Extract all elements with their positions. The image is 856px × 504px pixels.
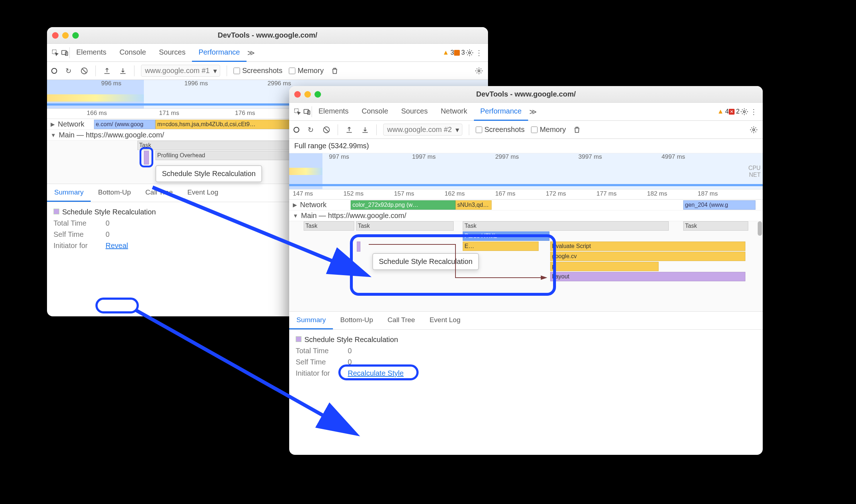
tab-summary[interactable]: Summary <box>47 184 91 202</box>
profile-select[interactable]: www.google.com #2 <box>383 124 462 136</box>
recalculate-style-link[interactable]: Recalculate Style <box>348 369 404 377</box>
total-time-label: Total Time <box>54 219 97 227</box>
network-bar[interactable]: sNUn3,qd… <box>455 200 492 210</box>
inspect-icon[interactable] <box>293 107 302 116</box>
main-track-head[interactable]: ▼ Main — https://www.google.com/ <box>289 210 763 221</box>
flame-parse-html[interactable]: Parse HTML <box>463 231 549 241</box>
tab-bottom-up[interactable]: Bottom-Up <box>91 184 138 202</box>
flame-tooltip: Schedule Style Recalculation <box>372 253 479 270</box>
network-bar[interactable]: e.com/ (www.goog <box>94 120 155 129</box>
flame-evaluate-script[interactable]: Evaluate Script <box>550 242 745 251</box>
initiator-label: Initiator for <box>54 242 97 250</box>
gc-icon[interactable] <box>572 125 582 134</box>
download-icon[interactable] <box>118 66 128 76</box>
settings-icon[interactable] <box>465 48 474 57</box>
network-bar[interactable]: color_272x92dp.png (w… <box>351 200 455 210</box>
reload-icon[interactable]: ↻ <box>306 125 315 134</box>
self-time-value: 0 <box>348 358 352 366</box>
settings-icon[interactable] <box>740 107 749 116</box>
svg-point-3 <box>468 52 471 54</box>
kebab-menu-icon[interactable]: ⋮ <box>749 107 758 116</box>
tab-event-log[interactable]: Event Log <box>422 312 468 329</box>
ruler-tick: 176 ms <box>235 110 255 117</box>
upload-icon[interactable] <box>102 66 112 76</box>
tab-console[interactable]: Console <box>355 103 394 121</box>
issues-badge[interactable]: 3 <box>454 49 465 56</box>
flame-task[interactable]: Task <box>463 221 669 231</box>
tab-network[interactable]: Network <box>434 103 474 121</box>
record-button[interactable] <box>294 127 299 133</box>
flame-task[interactable]: Task <box>304 221 354 231</box>
flame-task[interactable]: Task <box>683 221 748 231</box>
capture-settings-icon[interactable] <box>474 66 484 76</box>
rendering-swatch <box>296 336 301 342</box>
more-tabs-icon[interactable]: ≫ <box>247 48 256 57</box>
flame-p[interactable]: p <box>550 262 659 271</box>
svg-point-9 <box>743 111 745 113</box>
chevron-down-icon: ▼ <box>51 132 56 138</box>
range-label: Full range (5342.99ms) <box>289 139 763 153</box>
kebab-menu-icon[interactable]: ⋮ <box>474 48 484 57</box>
reload-icon[interactable]: ↻ <box>64 66 73 76</box>
memory-checkbox[interactable]: Memory <box>531 125 566 134</box>
tab-summary[interactable]: Summary <box>289 312 333 329</box>
tab-call-tree[interactable]: Call Tree <box>380 312 422 329</box>
device-toggle-icon[interactable] <box>302 107 312 116</box>
close-icon[interactable] <box>52 32 59 39</box>
timeline-tick: 2996 ms <box>268 80 291 87</box>
tab-performance[interactable]: Performance <box>474 103 528 121</box>
main-tabs-row: Elements Console Sources Network Perform… <box>289 103 763 121</box>
reveal-link[interactable]: Reveal <box>106 242 128 250</box>
tab-event-log[interactable]: Event Log <box>180 184 226 202</box>
flame-event-selected[interactable] <box>144 151 149 165</box>
errors-badge[interactable]: ✕2 <box>729 108 740 115</box>
network-bar[interactable]: gen_204 (www.g <box>683 200 756 210</box>
tab-console[interactable]: Console <box>113 44 152 62</box>
flame-chart[interactable]: Task Task Task Task Parse HTML E… Evalua… <box>289 221 763 312</box>
tab-elements[interactable]: Elements <box>70 44 113 62</box>
tab-bottom-up[interactable]: Bottom-Up <box>333 312 380 329</box>
zoom-icon[interactable] <box>72 32 79 39</box>
tab-sources[interactable]: Sources <box>395 103 434 121</box>
tab-elements[interactable]: Elements <box>312 103 355 121</box>
detail-ruler[interactable]: 147 ms 152 ms 157 ms 162 ms 167 ms 172 m… <box>289 189 763 200</box>
warnings-badge[interactable]: ▲3 <box>442 49 454 56</box>
memory-checkbox[interactable]: Memory <box>289 67 324 75</box>
timeline-tick: 3997 ms <box>578 153 602 161</box>
ruler-tick: 187 ms <box>698 190 718 197</box>
minimize-icon[interactable] <box>62 32 69 39</box>
capture-settings-icon[interactable] <box>749 125 758 134</box>
flame-layout[interactable]: Layout <box>550 272 745 281</box>
tab-performance[interactable]: Performance <box>192 44 247 62</box>
screenshots-checkbox[interactable]: Screenshots <box>476 125 525 134</box>
tab-sources[interactable]: Sources <box>153 44 192 62</box>
screenshots-checkbox[interactable]: Screenshots <box>234 67 282 75</box>
tab-call-tree[interactable]: Call Tree <box>138 184 180 202</box>
titlebar[interactable]: DevTools - www.google.com/ <box>47 27 488 44</box>
minimize-icon[interactable] <box>304 91 311 98</box>
record-button[interactable] <box>51 68 57 74</box>
clear-icon[interactable] <box>322 125 331 134</box>
overview-timeline[interactable]: 997 ms 1997 ms 2997 ms 3997 ms 4997 ms C… <box>289 153 763 189</box>
profile-select[interactable]: www.google.com #1 <box>141 65 220 77</box>
titlebar[interactable]: DevTools - www.google.com/ <box>289 86 763 103</box>
flame-task[interactable]: Task <box>356 221 454 231</box>
inspect-icon[interactable] <box>51 48 60 57</box>
timeline-tick: 1996 ms <box>184 80 208 87</box>
upload-icon[interactable] <box>344 125 354 134</box>
clear-icon[interactable] <box>80 66 89 76</box>
download-icon[interactable] <box>360 125 370 134</box>
ruler-tick: 172 ms <box>546 190 566 197</box>
gc-icon[interactable] <box>330 66 339 76</box>
network-track-head[interactable]: ▶ Network color_272x92dp.png (w… sNUn3,q… <box>289 200 763 210</box>
close-icon[interactable] <box>294 91 301 98</box>
zoom-icon[interactable] <box>314 91 321 98</box>
flame-event-selected[interactable] <box>357 242 360 252</box>
flame-google-cv[interactable]: google.cv <box>550 252 745 261</box>
summary-tabs: Summary Bottom-Up Call Tree Event Log <box>289 312 763 330</box>
more-tabs-icon[interactable]: ≫ <box>528 107 538 116</box>
device-toggle-icon[interactable] <box>60 48 69 57</box>
warnings-badge[interactable]: ▲4 <box>717 108 729 115</box>
flame-short[interactable]: E… <box>463 242 539 251</box>
scrollbar-thumb[interactable] <box>758 221 762 236</box>
